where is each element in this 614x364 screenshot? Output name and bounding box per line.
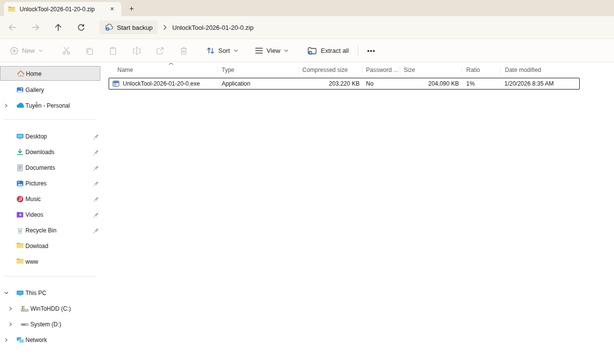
delete-button[interactable] (175, 43, 192, 59)
pin-icon (93, 181, 99, 187)
file-date-modified: 1/20/2026 8:35 AM (500, 80, 580, 87)
sidebar-item-downloads[interactable]: Downloads (0, 145, 100, 159)
recycle-bin-icon (16, 227, 24, 234)
explorer-tab[interactable]: UnlockTool-2026-01-20-0.zip ✕ (4, 2, 121, 16)
chevron-down-icon (233, 49, 238, 52)
pin-icon (93, 212, 99, 218)
sidebar-item-label: Home (26, 70, 42, 77)
sidebar-item-label: Videos (25, 211, 43, 218)
sort-ascending-icon (168, 63, 174, 66)
sidebar-item-network[interactable]: Network (0, 333, 100, 347)
sidebar-item-label: System (D:) (30, 321, 61, 328)
sidebar-item-drive-c[interactable]: WinToHDD (C:) (0, 301, 100, 316)
pin-icon (93, 196, 99, 203)
file-size: 204,090 KB (400, 80, 461, 87)
sidebar-item-videos[interactable]: Videos (0, 207, 100, 222)
rename-button[interactable] (128, 43, 145, 59)
sort-button[interactable]: Sort (203, 43, 242, 59)
sidebar-item-www-folder[interactable]: www (0, 254, 100, 269)
sidebar-divider (4, 119, 96, 120)
navigation-bar: Start backup UnlockTool-2026-01-20-0.zip (0, 16, 614, 39)
column-header-compressed-size[interactable]: Compressed size (298, 63, 362, 77)
folder-icon (16, 258, 24, 265)
new-tab-button[interactable]: + (125, 2, 138, 15)
sidebar-item-dowload-folder[interactable]: Dowload (0, 239, 100, 253)
pin-icon (93, 134, 99, 140)
file-row[interactable]: UnlockTool-2026-01-20-0.exe Application … (109, 78, 580, 90)
sidebar-divider (4, 276, 96, 276)
view-button[interactable]: View (251, 43, 293, 59)
extract-all-button[interactable]: Extract all (303, 43, 353, 59)
close-tab-icon[interactable]: ✕ (107, 4, 117, 15)
column-header-type[interactable]: Type (218, 63, 298, 77)
copy-button[interactable] (81, 43, 98, 59)
new-button[interactable]: New (7, 43, 46, 59)
sidebar-item-label: www (25, 258, 38, 265)
sidebar-item-label: Desktop (25, 133, 47, 140)
sidebar-item-onedrive-personal[interactable]: Tuyễn - Personal (0, 98, 100, 113)
pin-icon (93, 165, 99, 171)
pictures-icon (16, 180, 24, 187)
sidebar-item-label: Music (25, 196, 41, 203)
file-list-pane: Name Type Compressed size Password ... S… (103, 62, 614, 364)
chevron-right-icon[interactable] (8, 322, 13, 327)
sidebar-item-recycle-bin[interactable]: Recycle Bin (0, 223, 100, 238)
onedrive-icon (16, 102, 25, 110)
command-toolbar: New (0, 40, 614, 62)
breadcrumb-chevron-icon (162, 24, 167, 30)
sidebar-item-pictures[interactable]: Pictures (0, 176, 100, 191)
sidebar-item-this-pc[interactable]: This PC (0, 286, 100, 300)
navigation-pane: Home Gallery Tuyễn - Personal (0, 62, 103, 364)
sidebar-item-label: Documents (25, 164, 55, 171)
onedrive-sync-icon (104, 23, 114, 31)
pin-icon (93, 228, 99, 234)
file-compressed-size: 203,220 KB (298, 80, 362, 87)
breadcrumb-start-backup[interactable]: Start backup (99, 21, 158, 34)
sidebar-item-home[interactable]: Home (0, 66, 100, 81)
chevron-right-icon[interactable] (4, 103, 8, 108)
sidebar-item-label: Downloads (25, 149, 54, 156)
chevron-down-icon[interactable] (4, 291, 9, 295)
sidebar-item-label: WinToHDD (C:) (30, 305, 71, 312)
view-button-label: View (267, 47, 280, 54)
file-password-protected: No (362, 80, 400, 87)
sidebar-item-desktop[interactable]: Desktop (0, 129, 100, 144)
back-button[interactable] (4, 20, 21, 35)
breadcrumb-current-location[interactable]: UnlockTool-2026-01-20-0.zip (172, 24, 253, 31)
refresh-button[interactable] (73, 20, 90, 35)
column-header-date-modified[interactable]: Date modified (500, 63, 580, 77)
file-name: UnlockTool-2026-01-20-0.exe (123, 80, 200, 87)
sidebar-item-label: This PC (25, 290, 46, 296)
sidebar-item-music[interactable]: Music (0, 192, 100, 206)
share-button[interactable] (152, 43, 168, 59)
new-button-label: New (22, 47, 35, 54)
toolbar-divider (358, 46, 358, 56)
sidebar-item-label: Tuyễn - Personal (25, 102, 70, 109)
extract-all-button-label: Extract all (321, 47, 349, 54)
downloads-icon (16, 148, 24, 156)
folder-icon (16, 242, 24, 249)
column-header-password[interactable]: Password ... (362, 63, 400, 77)
chevron-down-icon (284, 49, 289, 52)
sidebar-item-drive-d[interactable]: System (D:) (0, 317, 100, 332)
column-header-size[interactable]: Size (400, 63, 461, 77)
videos-icon (16, 211, 24, 219)
column-header-name[interactable]: Name (109, 63, 218, 77)
column-headers: Name Type Compressed size Password ... S… (109, 63, 580, 77)
file-ratio: 1% (461, 80, 500, 87)
up-button[interactable] (50, 20, 67, 35)
home-icon (17, 70, 25, 78)
column-header-ratio[interactable]: Ratio (461, 63, 500, 77)
windows-drive-icon (21, 305, 29, 313)
sidebar-item-documents[interactable]: Documents (0, 160, 100, 175)
network-icon (16, 336, 24, 344)
chevron-right-icon[interactable] (8, 306, 13, 311)
sidebar-item-label: Gallery (25, 87, 44, 93)
paste-button[interactable] (105, 43, 121, 59)
forward-button[interactable] (27, 20, 44, 35)
cut-button[interactable] (58, 43, 74, 59)
sidebar-item-gallery[interactable]: Gallery (0, 83, 100, 97)
chevron-right-icon[interactable] (4, 338, 8, 342)
drive-icon (21, 320, 29, 328)
more-options-icon[interactable]: ••• (363, 43, 380, 59)
